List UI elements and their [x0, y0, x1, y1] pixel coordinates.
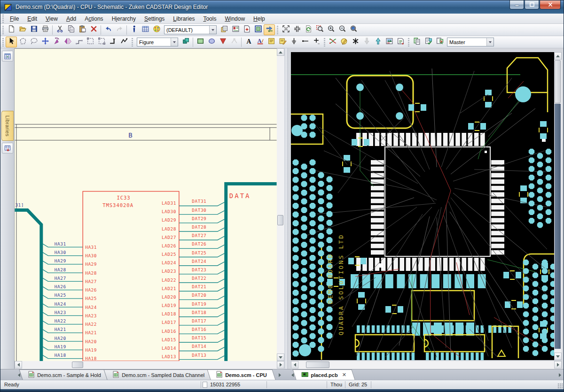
validate-doc-button[interactable] [423, 37, 434, 47]
undo-button[interactable] [102, 24, 114, 35]
select-button[interactable] [6, 37, 17, 47]
toolbar-grip[interactable] [407, 38, 410, 46]
close-button[interactable] [540, 0, 561, 9]
schematic-vscrollbar[interactable] [277, 48, 284, 361]
menubar-grip[interactable] [2, 15, 4, 23]
optimal-route-button[interactable] [350, 37, 361, 47]
schematic-canvas[interactable]: B31]HA31HA31HA30HA30HA29HA29HA28HA28HA27… [15, 48, 277, 361]
vscroll-thumb[interactable] [555, 60, 561, 103]
figure-type-combo[interactable]: Figure [137, 38, 178, 46]
menu-actions[interactable]: Actions [80, 14, 107, 23]
library-export-button[interactable] [2, 143, 13, 154]
colours-table-button[interactable] [140, 24, 151, 35]
add-pin-button[interactable] [299, 37, 311, 47]
edit-attribute-button[interactable] [277, 37, 288, 47]
minimize-button[interactable] [509, 0, 524, 9]
rotate-button[interactable] [51, 37, 62, 47]
lasso-select-button[interactable] [28, 37, 39, 47]
design-transfer-button[interactable] [264, 24, 275, 35]
add-text-button[interactable]: A [243, 37, 254, 47]
copy-button[interactable] [65, 24, 77, 35]
frame-deselect-button[interactable] [96, 37, 107, 47]
zoom-in-button[interactable] [325, 24, 337, 35]
add-attribute-button[interactable] [266, 37, 277, 47]
menu-file[interactable]: File [6, 14, 23, 23]
pcb-canvas[interactable]: DEMO BOARDQUADRA SOLUTIONS LTD [291, 52, 554, 360]
toolbar-grip[interactable] [2, 38, 4, 46]
move-button[interactable] [39, 37, 51, 47]
redraw-button[interactable] [303, 24, 314, 35]
edit-route-button[interactable] [73, 37, 85, 47]
doc-tab-0[interactable]: Demo.scm - Sample & Hold [19, 369, 110, 380]
tab-scroll-right-button[interactable] [276, 371, 283, 379]
view-previous-button[interactable] [348, 24, 359, 35]
toolbar-grip[interactable] [323, 38, 326, 46]
title-bar[interactable]: Demo.scm (D:\Quadra\) - CPU - Schematic … [0, 0, 564, 14]
combo-dropdown-button[interactable] [209, 26, 216, 34]
cross-connection-button[interactable] [327, 37, 338, 47]
colours-palette-button[interactable] [151, 24, 162, 35]
tab-close-icon[interactable]: ✕ [342, 372, 346, 378]
schematic-hscrollbar[interactable] [15, 361, 284, 369]
resize-grip[interactable] [557, 383, 563, 389]
sheet-view-button[interactable] [384, 37, 395, 47]
view-selection-button[interactable] [291, 24, 303, 35]
scroll-up-button[interactable] [277, 48, 284, 56]
save-button[interactable] [28, 24, 39, 35]
scroll-up-button[interactable] [554, 52, 562, 60]
text-colour-button[interactable]: A [254, 37, 266, 47]
finish-route-button[interactable] [118, 37, 130, 47]
toolbar-grip[interactable] [276, 26, 279, 34]
print-button[interactable] [39, 24, 51, 35]
menu-add[interactable]: Add [62, 14, 80, 23]
pop-up-button[interactable] [372, 37, 384, 47]
menu-settings[interactable]: Settings [140, 14, 169, 23]
scroll-right-button[interactable] [277, 361, 284, 369]
polygon-select-button[interactable] [17, 37, 28, 47]
redo-button[interactable] [114, 24, 125, 35]
report-button[interactable] [230, 24, 241, 35]
menu-libraries[interactable]: Libraries [169, 14, 199, 23]
open-button[interactable] [17, 24, 28, 35]
toolbar-grip[interactable] [2, 26, 4, 34]
change-direction-button[interactable] [107, 37, 118, 47]
paste-button[interactable] [77, 24, 88, 35]
cut-button[interactable] [54, 24, 65, 35]
draw-shape-button[interactable] [217, 37, 228, 47]
scroll-right-button[interactable] [554, 361, 562, 369]
combo-dropdown-button[interactable] [486, 38, 494, 46]
add-symbol-button[interactable] [395, 37, 406, 47]
doc-tab-1[interactable]: Demo.scm - Sampled Data Channel [103, 369, 213, 380]
sidebar-tab-libraries[interactable]: Libraries [1, 111, 14, 141]
copy-figure-button[interactable] [180, 37, 191, 47]
new-button[interactable] [6, 24, 17, 35]
menu-tools[interactable]: Tools [199, 14, 220, 23]
zoom-area-button[interactable] [314, 24, 325, 35]
scroll-left-button[interactable] [15, 361, 22, 369]
vscroll-track-shaded[interactable] [555, 104, 561, 349]
copy-doc-button[interactable] [411, 37, 423, 47]
library-browser-button[interactable] [2, 51, 13, 61]
delete-button[interactable] [88, 24, 99, 35]
scroll-down-button[interactable] [277, 354, 284, 361]
export-sheet-button[interactable] [241, 24, 252, 35]
variants-button[interactable] [219, 24, 230, 35]
menu-view[interactable]: View [41, 14, 62, 23]
view-all-button[interactable] [280, 24, 291, 35]
zoom-out-button[interactable] [337, 24, 348, 35]
draw-rectangle-button[interactable] [195, 37, 206, 47]
frame-select-button[interactable] [85, 37, 96, 47]
master-combo[interactable]: Master [447, 38, 494, 46]
combo-dropdown-button[interactable] [171, 38, 178, 46]
hscroll-thumb[interactable] [306, 361, 329, 368]
scroll-left-button[interactable] [291, 361, 298, 369]
toolbar-grip[interactable] [131, 38, 133, 46]
menu-window[interactable]: Window [220, 14, 249, 23]
pcb-doc-tab[interactable]: placed.pcb✕ [292, 369, 355, 380]
pane-splitter[interactable] [284, 48, 288, 369]
hscroll-thumb[interactable] [72, 361, 83, 368]
frame-view-button[interactable] [252, 24, 264, 35]
design-info-button[interactable] [128, 24, 140, 35]
edit-vertex-button[interactable] [228, 37, 240, 47]
menu-hierarchy[interactable]: Hierarchy [108, 14, 140, 23]
